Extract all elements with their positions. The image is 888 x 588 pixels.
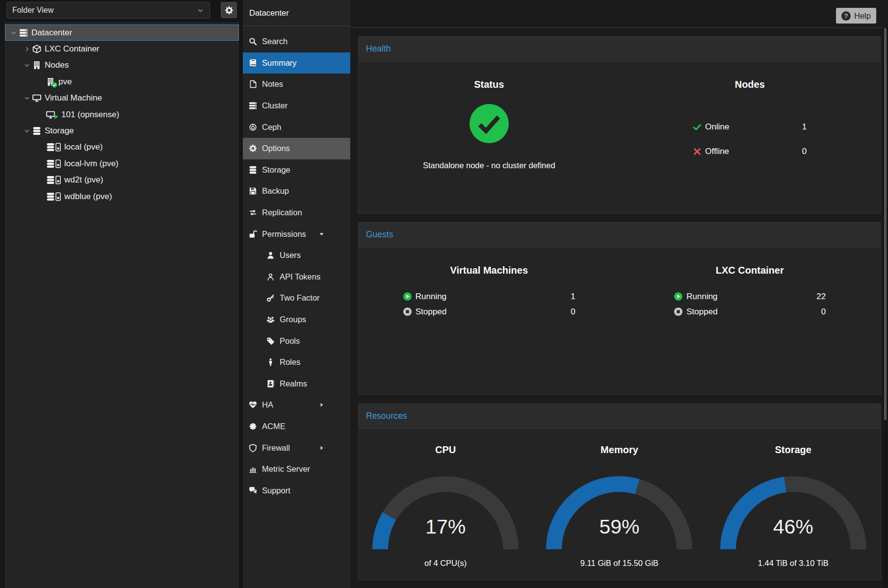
note-icon	[247, 80, 258, 88]
nav-title-separator	[243, 26, 350, 26]
chevron-collapsed-icon[interactable]	[23, 46, 31, 52]
tree-item-wdblue-pve[interactable]: wdblue (pve)	[5, 188, 239, 205]
nav-item-storage[interactable]: Storage	[243, 159, 350, 181]
gauge-arc: 17%	[372, 476, 519, 550]
nav-item-label: Firewall	[262, 443, 290, 453]
drive-icon	[55, 176, 61, 184]
tree-item-label: LXC Container	[45, 44, 100, 54]
nav-item-label: Users	[280, 251, 301, 260]
nav-item-notes[interactable]: Notes	[243, 74, 350, 95]
nav-item-support[interactable]: Support	[243, 480, 350, 501]
database-icon	[247, 166, 258, 174]
nav-item-label: Replication	[262, 208, 302, 217]
status-ok-icon	[469, 103, 510, 144]
nav-item-replication[interactable]: Replication	[243, 202, 350, 224]
vm-stopped-label: Stopped	[416, 307, 446, 317]
lxc-stopped-value: 0	[821, 307, 826, 317]
tree-item-label: Virtual Machine	[45, 93, 102, 103]
vm-running-value: 1	[571, 292, 575, 302]
lxc-container-heading: LXC Container	[620, 265, 881, 276]
chevron-expanded-icon[interactable]	[23, 128, 31, 134]
node-online-icon	[46, 77, 55, 86]
scrollbar-thumb[interactable]	[884, 28, 887, 420]
nav-item-api-tokens[interactable]: API Tokens	[243, 266, 350, 288]
lxc-container-column: LXC Container Running 22 Stopped	[620, 247, 881, 394]
nav-item-permissions[interactable]: Permissions	[243, 223, 350, 245]
chevron-expanded-icon[interactable]	[23, 62, 31, 69]
question-circle-icon: ?	[841, 11, 851, 21]
search-icon	[247, 37, 258, 46]
gear-icon	[247, 144, 258, 153]
nav-item-label: ACME	[262, 422, 286, 431]
tree-item-wd2t-pve[interactable]: wd2t (pve)	[5, 172, 239, 188]
nodes-online-label: Online	[705, 122, 729, 132]
tree-item-pve[interactable]: pve	[5, 74, 239, 90]
nav-item-ceph[interactable]: Ceph	[243, 116, 350, 138]
gauge-heading: Storage	[706, 444, 880, 456]
tree-item-nodes[interactable]: Nodes	[5, 57, 239, 74]
gauge-memory: Memory59%9.11 GiB of 15.50 GiB	[532, 429, 706, 580]
nav-item-users[interactable]: Users	[243, 245, 350, 266]
lxc-stopped-label: Stopped	[686, 307, 717, 317]
nav-item-label: Realms	[280, 379, 307, 388]
tree-item-101-opnsense[interactable]: 101 (opnsense)	[5, 106, 239, 123]
acme-icon	[247, 422, 258, 431]
view-mode-select[interactable]: Folder View	[6, 2, 210, 19]
lxc-running-row: Running 22	[674, 289, 826, 304]
nav-item-firewall[interactable]: Firewall	[243, 437, 350, 459]
vm-running-label: Running	[416, 292, 446, 302]
cube-icon	[32, 45, 41, 53]
lxc-running-value: 22	[816, 292, 826, 302]
vm-stopped-row: Stopped 0	[403, 304, 575, 319]
tree-item-lxc-container[interactable]: LXC Container	[5, 41, 239, 57]
nav-item-label: Two Factor	[280, 293, 320, 303]
chevron-expanded-icon[interactable]	[23, 95, 31, 102]
tree-item-datacenter[interactable]: Datacenter	[5, 25, 239, 41]
tree-item-label: Storage	[45, 126, 74, 136]
stop-circle-icon	[403, 307, 412, 316]
gauge-caption: 9.11 GiB of 15.50 GiB	[532, 559, 706, 568]
nav-item-backup[interactable]: Backup	[243, 180, 350, 202]
nav-item-label: Roles	[280, 358, 300, 367]
nav-item-two-factor[interactable]: Two Factor	[243, 287, 350, 309]
panel-splitter[interactable]	[239, 0, 243, 588]
nav-item-pools[interactable]: Pools	[243, 330, 350, 352]
health-panel: Health Status Standalone node - no clust…	[358, 36, 881, 214]
nav-item-label: HA	[262, 400, 273, 409]
lxc-rows: Running 22 Stopped 0	[674, 289, 826, 319]
tree-settings-button[interactable]	[221, 2, 237, 18]
nav-item-acme[interactable]: ACME	[243, 416, 350, 437]
nav-item-ha[interactable]: HA	[243, 394, 350, 416]
tree-item-local-pve[interactable]: local (pve)	[5, 139, 239, 155]
vm-running-row: Running 1	[403, 289, 575, 304]
chevron-expanded-icon[interactable]	[9, 29, 18, 36]
resources-panel: Resources CPU17%of 4 CPU(s)Memory59%9.11…	[358, 404, 881, 580]
gauge-heading: Memory	[532, 444, 706, 456]
guests-panel-body: Virtual Machines Running 1 Stopped	[358, 247, 881, 395]
tree-item-virtual-machine[interactable]: Virtual Machine	[5, 90, 239, 106]
vm-running-icon	[46, 110, 55, 119]
nav-item-realms[interactable]: Realms	[243, 373, 350, 395]
tree-item-label: local (pve)	[64, 142, 103, 152]
nav-item-cluster[interactable]: Cluster	[243, 95, 350, 117]
nav-item-metric-server[interactable]: Metric Server	[243, 459, 350, 480]
caret-down-icon	[318, 223, 325, 245]
nav-item-summary[interactable]: Summary	[243, 52, 350, 74]
nav-item-roles[interactable]: Roles	[243, 352, 350, 373]
nav-item-search[interactable]: Search	[243, 31, 350, 52]
caret-right-icon	[318, 394, 325, 416]
heartbeat-icon	[247, 401, 258, 409]
gauge-caption: 1.44 TiB of 3.10 TiB	[706, 559, 880, 568]
key-icon	[265, 294, 276, 302]
help-button-label: Help	[854, 11, 871, 21]
gauge-heading: CPU	[359, 444, 532, 456]
storage-drive-icon	[46, 143, 61, 152]
nav-item-options[interactable]: Options	[243, 138, 350, 159]
help-button[interactable]: ? Help	[836, 8, 876, 24]
tree-item-local-lvm-pve[interactable]: local-lvm (pve)	[5, 155, 239, 172]
tag-icon	[265, 337, 276, 345]
tree-item-storage[interactable]: Storage	[5, 123, 239, 139]
status-heading: Status	[359, 79, 620, 90]
tree-item-label: pve	[58, 77, 72, 87]
nav-item-groups[interactable]: Groups	[243, 309, 350, 331]
